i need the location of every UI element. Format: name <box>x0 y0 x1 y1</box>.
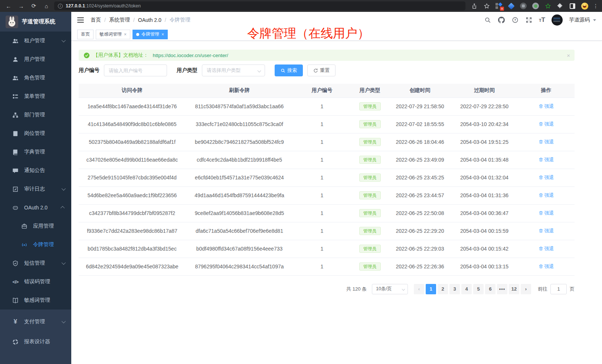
reset-button[interactable]: 重置 <box>307 64 336 76</box>
username[interactable]: 芋道源码 <box>569 17 590 23</box>
force-logout-button[interactable]: 强退 <box>539 103 554 110</box>
sidebar-item-notice[interactable]: 通知公告 <box>0 161 71 180</box>
sidebar-item-sms[interactable]: 短信管理 <box>0 254 71 272</box>
profile-emoji-icon[interactable] <box>581 2 588 10</box>
font-size-icon[interactable]: TT <box>539 16 545 24</box>
force-logout-button[interactable]: 强退 <box>539 121 554 128</box>
expires-cell: 2054-03-10 20:42:34 <box>451 115 518 133</box>
user-id-label: 用户编号 <box>79 67 99 74</box>
access-cell: 502375b8040a469a9b82188afdf6af1f <box>79 133 186 151</box>
browser-menu-icon[interactable]: ⋮ <box>593 3 598 9</box>
breadcrumb-item[interactable]: OAuth 2.0 <box>138 17 161 23</box>
sidebar-item-sensitive[interactable]: 敏感词管理 <box>0 291 71 310</box>
tab-首页[interactable]: 首页 <box>77 30 94 39</box>
help-icon[interactable]: ? <box>511 16 519 24</box>
sidebar-item-pay[interactable]: ¥支付管理 <box>0 312 71 332</box>
extension-grey-circle-icon[interactable] <box>532 2 539 10</box>
extension-dark-circle-icon[interactable] <box>520 2 527 10</box>
sidebar-item-oauth2-token[interactable]: a令牌管理 <box>0 235 71 254</box>
extension-puzzle-icon[interactable] <box>556 2 564 10</box>
report-icon <box>12 338 19 345</box>
force-logout-button[interactable]: 强退 <box>539 228 554 234</box>
page-button-12[interactable]: 12 <box>509 284 519 294</box>
force-logout-button[interactable]: 强退 <box>539 245 554 252</box>
sidebar-item-tenant[interactable]: 租户管理 <box>0 32 71 50</box>
search-button[interactable]: 搜索 <box>275 64 303 76</box>
sidebar-collapse-icon[interactable] <box>77 17 84 23</box>
page-button-5[interactable]: 5 <box>473 284 484 294</box>
force-logout-label: 强退 <box>544 210 554 216</box>
address-bar[interactable]: i 127.0.0.1:1024/system/oauth2/token <box>54 1 465 10</box>
extension-gem-icon[interactable] <box>507 2 515 10</box>
page-size-select[interactable]: 10条/页 <box>372 284 408 294</box>
alert-close-icon[interactable]: × <box>567 52 570 59</box>
fullscreen-icon[interactable] <box>525 16 533 24</box>
force-logout-button[interactable]: 强退 <box>539 174 554 181</box>
goto-label: 前往 <box>538 286 547 292</box>
sidebar-item-report[interactable]: 报表设计器 <box>0 332 71 352</box>
force-logout-button[interactable]: 强退 <box>539 156 554 163</box>
table-row: 6d842e2924594de9a09e45e087323abe8796295f… <box>79 258 575 275</box>
force-logout-button[interactable]: 强退 <box>539 139 554 145</box>
tab-close-icon[interactable]: × <box>161 32 164 37</box>
sidebar-item-errcode[interactable]: </>错误码管理 <box>0 272 71 291</box>
site-info-icon[interactable]: i <box>58 4 63 9</box>
users-icon <box>12 37 19 44</box>
browser-back-button[interactable]: ← <box>4 1 13 11</box>
sidebar-item-audit-log[interactable]: 审计日志 <box>0 180 71 198</box>
user-type-select[interactable]: 请选择用户类型 <box>202 64 265 76</box>
breadcrumb-item[interactable]: 首页 <box>91 17 101 23</box>
extension-green-star-icon[interactable] <box>544 2 552 10</box>
search-icon[interactable] <box>484 16 491 24</box>
avatar[interactable] <box>552 14 563 26</box>
access-cell: f9336e7c7dd242a283ee98dc86b17a87 <box>79 222 186 240</box>
sidebar-item-post[interactable]: 岗位管理 <box>0 124 71 143</box>
tab-敏感词管理[interactable]: 敏感词管理× <box>96 30 130 39</box>
alert-doc-link[interactable]: https://doc.iocoder.cn/user-center/ <box>153 53 228 58</box>
page-button-4[interactable]: 4 <box>461 284 472 294</box>
sidebar-item-oauth2[interactable]: OAuth 2.0 <box>0 198 71 217</box>
sidebar-item-menu[interactable]: 菜单管理 <box>0 87 71 106</box>
user-id-input[interactable] <box>104 64 167 76</box>
page-button-1[interactable]: 1 <box>426 284 436 294</box>
sidebar-item-role[interactable]: 角色管理 <box>0 69 71 87</box>
force-logout-button[interactable]: 强退 <box>539 192 554 199</box>
sidebar-item-label: 应用管理 <box>33 223 65 229</box>
share-icon[interactable] <box>471 2 478 10</box>
sidebar-item-user[interactable]: 用户管理 <box>0 50 71 69</box>
created-cell: 2022-06-25 22:29:03 <box>389 240 451 258</box>
force-logout-button[interactable]: 强退 <box>539 210 554 216</box>
user-menu-caret-icon[interactable] <box>593 19 596 21</box>
sidebar-item-label: 通知公告 <box>24 167 65 174</box>
browser-home-button[interactable]: ⌂ <box>42 1 51 11</box>
access-cell: 54d6be82ee5a460a9aedc1f9bf223656 <box>79 186 186 204</box>
sidebar-item-label: 敏感词管理 <box>24 297 65 304</box>
bookmark-star-icon[interactable] <box>483 2 490 10</box>
github-icon[interactable] <box>498 16 505 24</box>
browser-forward-button[interactable]: → <box>16 1 26 11</box>
force-logout-label: 强退 <box>544 156 554 163</box>
side-panel-icon[interactable] <box>569 2 576 10</box>
tab-close-icon[interactable]: × <box>124 32 127 37</box>
breadcrumb-item[interactable]: 系统管理 <box>109 17 130 23</box>
created-cell: 2022-06-25 22:50:08 <box>389 204 451 222</box>
app-logo-bar[interactable]: 芋道管理系统 <box>0 12 71 32</box>
pager-ellipsis[interactable]: ••• <box>497 284 507 294</box>
browser-reload-button[interactable]: ⟳ <box>29 1 39 11</box>
next-page-button[interactable]: › <box>521 284 531 294</box>
sidebar-item-dept[interactable]: 部门管理 <box>0 106 71 124</box>
force-logout-label: 强退 <box>544 174 554 181</box>
sidebar-item-oauth2-app[interactable]: 应用管理 <box>0 217 71 235</box>
extension-blocks-icon[interactable]: 9 <box>495 2 503 10</box>
goto-page-input[interactable] <box>550 284 567 294</box>
page-size-value: 10条/页 <box>376 286 392 292</box>
column-header: 访问令牌 <box>79 84 186 97</box>
book-icon <box>12 297 19 304</box>
page-button-2[interactable]: 2 <box>438 284 448 294</box>
url-text: 127.0.0.1:1024/system/oauth2/token <box>66 3 141 9</box>
page-button-6[interactable]: 6 <box>485 284 495 294</box>
page-button-3[interactable]: 3 <box>449 284 460 294</box>
sidebar-item-dict[interactable]: 字典管理 <box>0 143 71 161</box>
force-logout-button[interactable]: 强退 <box>539 263 554 270</box>
tab-令牌管理[interactable]: 令牌管理× <box>132 30 168 39</box>
